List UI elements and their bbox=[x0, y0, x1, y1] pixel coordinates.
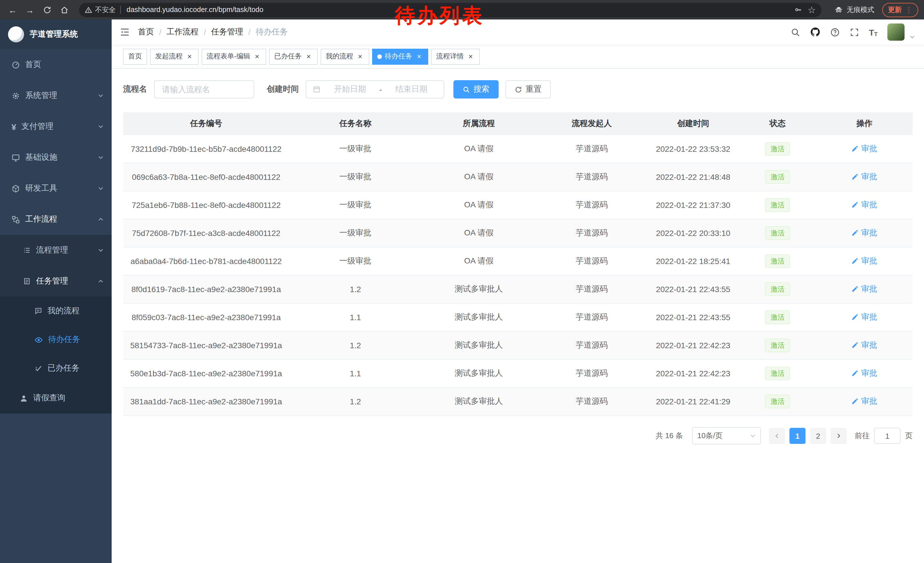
tab-close-icon[interactable]: × bbox=[466, 53, 475, 60]
security-label[interactable]: 不安全 bbox=[95, 5, 116, 15]
breadcrumb-item[interactable]: 首页 bbox=[138, 27, 154, 37]
edit-icon bbox=[852, 173, 859, 181]
active-tab-dot-icon bbox=[377, 54, 382, 59]
prev-page-button[interactable] bbox=[769, 428, 785, 444]
sidebar-item-todo-tasks[interactable]: 待办任务 bbox=[0, 325, 112, 354]
search-icon[interactable] bbox=[790, 27, 800, 37]
avatar-caret-down-icon[interactable] bbox=[910, 35, 915, 41]
search-button[interactable]: 搜索 bbox=[453, 80, 499, 99]
tab[interactable]: 流程表单-编辑× bbox=[201, 48, 266, 65]
tab-close-icon[interactable]: × bbox=[186, 53, 194, 60]
status-badge: 激活 bbox=[765, 170, 790, 184]
status-cell: 激活 bbox=[739, 135, 816, 163]
tab[interactable]: 待办任务× bbox=[372, 48, 428, 65]
bookmark-star-icon[interactable]: ☆ bbox=[807, 4, 816, 15]
help-icon[interactable] bbox=[830, 27, 840, 37]
edit-icon bbox=[852, 398, 859, 405]
sidebar-item-system[interactable]: 系统管理 bbox=[0, 80, 112, 111]
avatar[interactable] bbox=[887, 24, 904, 41]
tab[interactable]: 流程详情× bbox=[431, 48, 480, 65]
sidebar-item-process-management[interactable]: 流程管理 bbox=[0, 235, 112, 266]
chevron-down-icon bbox=[98, 248, 104, 253]
edit-icon bbox=[852, 285, 859, 293]
task-id-cell: 580e1b3d-7ac8-11ec-a9e2-a2380e71991a bbox=[123, 359, 289, 387]
approve-link[interactable]: 审批 bbox=[852, 172, 878, 182]
task-id-cell: 069c6a63-7b8a-11ec-8ef0-acde48001122 bbox=[123, 163, 289, 191]
fullscreen-icon[interactable] bbox=[849, 27, 859, 37]
end-date-placeholder[interactable]: 结束日期 bbox=[386, 84, 437, 95]
app-logo bbox=[8, 26, 24, 42]
breadcrumb-item[interactable]: 工作流程 bbox=[166, 27, 199, 37]
github-icon[interactable] bbox=[810, 27, 820, 37]
key-icon[interactable] bbox=[794, 6, 802, 14]
status-badge: 激活 bbox=[765, 226, 790, 240]
initiator-cell: 芋道源码 bbox=[536, 135, 647, 163]
date-range-picker[interactable]: 开始日期 - 结束日期 bbox=[306, 80, 444, 99]
page-content: 流程名 创建时间 开始日期 - 结束日期 搜索 bbox=[112, 69, 924, 563]
sidebar-item-workflow[interactable]: 工作流程 bbox=[0, 204, 112, 235]
page-button-1[interactable]: 1 bbox=[789, 428, 806, 444]
process-name-input[interactable] bbox=[161, 84, 248, 95]
approve-link[interactable]: 审批 bbox=[852, 284, 878, 294]
update-button[interactable]: 更新 ⋮ bbox=[882, 3, 918, 17]
tab-close-icon[interactable]: × bbox=[253, 53, 261, 60]
approve-link[interactable]: 审批 bbox=[852, 256, 878, 266]
approve-link[interactable]: 审批 bbox=[852, 144, 878, 154]
page-button-2[interactable]: 2 bbox=[810, 428, 826, 444]
goto-label: 前往 bbox=[855, 431, 870, 441]
reload-icon[interactable] bbox=[40, 3, 54, 17]
task-id-cell: 725a1eb6-7b88-11ec-8ef0-acde48001122 bbox=[123, 191, 289, 219]
column-header: 任务名称 bbox=[289, 112, 422, 135]
initiator-cell: 芋道源码 bbox=[536, 219, 647, 247]
home-icon[interactable] bbox=[57, 3, 71, 17]
font-size-icon[interactable]: TT bbox=[869, 27, 878, 37]
action-cell: 审批 bbox=[816, 275, 912, 303]
approve-link[interactable]: 审批 bbox=[852, 368, 878, 378]
tab-close-icon[interactable]: × bbox=[304, 53, 313, 60]
column-header: 所属流程 bbox=[422, 112, 536, 135]
sidebar-item-payment[interactable]: ¥ 支付管理 bbox=[0, 111, 112, 142]
approve-link[interactable]: 审批 bbox=[852, 312, 878, 323]
sidebar-item-leave-query[interactable]: 请假查询 bbox=[0, 383, 112, 413]
approve-link[interactable]: 审批 bbox=[852, 228, 878, 238]
approve-link[interactable]: 审批 bbox=[852, 200, 878, 210]
sidebar-item-label: 工作流程 bbox=[25, 214, 57, 225]
app-logo-row[interactable]: 芋道管理系统 bbox=[0, 20, 112, 49]
tab[interactable]: 发起流程× bbox=[150, 48, 199, 65]
sidebar-item-infrastructure[interactable]: 基础设施 bbox=[0, 142, 112, 173]
goto-page-input[interactable] bbox=[874, 428, 900, 444]
process-cell: OA 请假 bbox=[422, 191, 536, 219]
sidebar-item-task-management[interactable]: 任务管理 bbox=[0, 266, 112, 297]
tab-close-icon[interactable]: × bbox=[415, 53, 423, 60]
tab-close-icon[interactable]: × bbox=[356, 53, 364, 60]
next-page-button[interactable] bbox=[831, 428, 847, 444]
created-time-cell: 2022-01-22 21:37:30 bbox=[647, 191, 739, 219]
initiator-cell: 芋道源码 bbox=[536, 387, 647, 416]
tab[interactable]: 我的流程× bbox=[321, 48, 369, 65]
table-row: 069c6a63-7b8a-11ec-8ef0-acde48001122一级审批… bbox=[123, 163, 912, 191]
sidebar-item-done-tasks[interactable]: 已办任务 bbox=[0, 354, 112, 383]
initiator-cell: 芋道源码 bbox=[536, 331, 647, 359]
sidebar-toggle-icon[interactable] bbox=[120, 27, 130, 37]
tab-label: 流程表单-编辑 bbox=[207, 51, 250, 61]
breadcrumb-item[interactable]: 任务管理 bbox=[211, 27, 243, 37]
approve-link[interactable]: 审批 bbox=[852, 340, 878, 350]
created-time-cell: 2022-01-21 22:43:55 bbox=[647, 275, 739, 303]
edit-icon bbox=[852, 342, 859, 349]
reset-button[interactable]: 重置 bbox=[506, 80, 551, 99]
created-time-cell: 2022-01-22 20:33:10 bbox=[647, 219, 739, 247]
created-time-cell: 2022-01-21 22:43:55 bbox=[647, 303, 739, 331]
sidebar-item-my-process[interactable]: 我的流程 bbox=[0, 297, 112, 325]
action-cell: 审批 bbox=[816, 219, 912, 247]
start-date-placeholder[interactable]: 开始日期 bbox=[324, 84, 376, 95]
sidebar-item-devtools[interactable]: 研发工具 bbox=[0, 173, 112, 204]
page-size-select[interactable]: 10条/页 bbox=[692, 427, 761, 444]
tab[interactable]: 已办任务× bbox=[269, 48, 318, 65]
edit-icon bbox=[852, 145, 859, 153]
forward-icon[interactable]: → bbox=[23, 3, 37, 17]
sidebar-item-home[interactable]: 首页 bbox=[0, 49, 112, 80]
approve-link[interactable]: 审批 bbox=[852, 396, 878, 407]
tab[interactable]: 首页 bbox=[123, 48, 147, 65]
menu-dots-icon[interactable]: ⋮ bbox=[905, 6, 912, 14]
back-icon[interactable]: ← bbox=[6, 3, 20, 17]
